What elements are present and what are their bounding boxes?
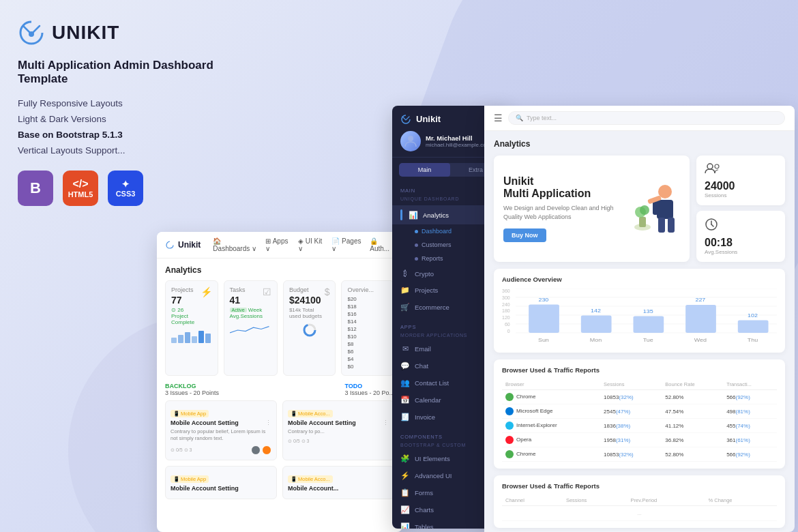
hero-card-text: UnikitMulti Application We Design and De… bbox=[503, 175, 632, 242]
table-row: Internet-Explorer 1836(38%) 41.12% 455(7… bbox=[502, 419, 777, 433]
ecommerce-icon: 🛒 bbox=[400, 303, 410, 312]
table-row: Chrome 10853(32%) 52.80% 566(92%) bbox=[502, 447, 777, 462]
svg-text:142: 142 bbox=[591, 308, 601, 314]
ui-elements-left: 🧩 UI Elements bbox=[400, 454, 450, 463]
svg-point-3 bbox=[408, 136, 413, 141]
ui-elements-icon: 🧩 bbox=[400, 454, 410, 463]
trans-1: 566(92%) bbox=[723, 390, 777, 404]
mockup-projects-card: Projects 77 ⊙ 26 Project Complete ⚡ bbox=[165, 280, 218, 376]
projects-left: 📁 Projects bbox=[400, 286, 438, 295]
projects-value: 77 bbox=[171, 295, 201, 306]
advanced-ui-label: Advanced UI bbox=[415, 472, 452, 479]
budget-sub: $14k Total used budgets bbox=[289, 307, 325, 319]
projects-icon: ⚡ bbox=[201, 286, 212, 297]
calendar-label: Calendar bbox=[415, 396, 441, 404]
trans-2: 498(81%) bbox=[723, 404, 777, 419]
bounce-3: 41.12% bbox=[662, 419, 723, 433]
chart-y-axis: 360 300 240 180 120 60 0 bbox=[502, 289, 510, 343]
svg-rect-30 bbox=[633, 316, 664, 333]
browser-name-3: Internet-Explorer bbox=[502, 419, 600, 433]
invoice-icon: 🧾 bbox=[400, 413, 410, 422]
crypto-label: Crypto bbox=[415, 270, 434, 278]
task1-desc: Contrary to popular belief, Lorem ipsum … bbox=[171, 428, 271, 442]
main-search-bar[interactable]: 🔍 Type text... bbox=[508, 111, 785, 125]
forms-icon: 📋 bbox=[400, 488, 410, 497]
charts-label: Charts bbox=[415, 506, 434, 514]
trans-4: 361(61%) bbox=[723, 433, 777, 447]
unikit-logo-icon bbox=[18, 20, 45, 45]
brand-tagline: Multi Application Admin Dashboard Templa… bbox=[18, 59, 236, 86]
hero-card: UnikitMulti Application We Design and De… bbox=[494, 156, 690, 262]
svg-rect-34 bbox=[738, 321, 769, 333]
avatar-1 bbox=[251, 445, 261, 455]
todo-label: TODO3 Issues - 20 Po... bbox=[344, 383, 394, 396]
sidebar-brand-name: Unikit bbox=[416, 114, 441, 124]
projects-icon: 📁 bbox=[400, 286, 410, 295]
col-channel: Channel bbox=[502, 495, 563, 506]
backlog-label: BACKLOG3 Issues - 20 Points bbox=[165, 383, 219, 396]
bounce-4: 36.82% bbox=[662, 433, 723, 447]
advanced-ui-left: ⚡ Advanced UI bbox=[400, 471, 452, 480]
task2-title: Mobile Account Setting bbox=[288, 419, 356, 426]
forms-left: 📋 Forms bbox=[400, 488, 433, 497]
html-badge: </>HTML5 bbox=[63, 171, 98, 206]
task1-menu[interactable]: ⋮ bbox=[265, 419, 271, 426]
main-topbar: ☰ 🔍 Type text... bbox=[484, 106, 795, 131]
browser-name-2: Microsoft Edge bbox=[502, 404, 600, 419]
mockup-todo-section: BACKLOG3 Issues - 20 Points TODO3 Issues… bbox=[165, 383, 394, 460]
svg-rect-12 bbox=[658, 218, 665, 233]
sidebar-tab-main[interactable]: Main bbox=[399, 163, 450, 177]
sessions-value: 24000 bbox=[705, 180, 777, 192]
reports-label: Reports bbox=[422, 255, 443, 262]
menu-hamburger-icon[interactable]: ☰ bbox=[494, 113, 503, 123]
trans-5: 566(92%) bbox=[723, 447, 777, 462]
tasks-icon: ☑ bbox=[263, 286, 271, 297]
avg-sessions-stat-card: 00:18 Avg.Sessions bbox=[696, 211, 785, 262]
channel-empty: ... bbox=[502, 506, 777, 521]
ie-icon bbox=[505, 422, 514, 430]
sessions-1: 10853(32%) bbox=[600, 390, 662, 404]
email-icon: ✉ bbox=[400, 344, 410, 353]
task1-avatars bbox=[251, 445, 271, 455]
svg-text:Tue: Tue bbox=[642, 338, 653, 343]
col-pct-change: % Change bbox=[705, 495, 777, 506]
dashboard-mockup: Unikit 🏠 Dashboards ∨ ⊞ Apps ∨ ◈ UI Kit … bbox=[157, 232, 402, 532]
hero-buy-button[interactable]: Buy Now bbox=[503, 228, 546, 242]
stat-cards: 24000 Sessions 00:18 Avg.Sessions bbox=[696, 156, 785, 262]
col-browser: Browser bbox=[502, 379, 600, 390]
calendar-icon: 📅 bbox=[400, 396, 410, 404]
svg-rect-11 bbox=[668, 201, 673, 215]
charts-left: 📈 Charts bbox=[400, 505, 434, 514]
features-list: Fully Responsive Layouts Light & Dark Ve… bbox=[18, 95, 236, 158]
svg-text:Thu: Thu bbox=[748, 338, 758, 343]
svg-rect-5 bbox=[639, 217, 646, 227]
task3-badge: 📱 Mobile App bbox=[171, 475, 209, 483]
hero-title: UnikitMulti Application bbox=[503, 175, 632, 200]
tasks-value: 41 bbox=[230, 295, 263, 306]
sessions-stat-card: 24000 Sessions bbox=[696, 156, 785, 205]
projects-sub: ⊙ 26 Project Complete bbox=[171, 307, 201, 325]
nav-auth: 🔒 Auth... bbox=[370, 237, 394, 252]
main-content-mockup: ☰ 🔍 Type text... Analytics UnikitMulti A… bbox=[484, 106, 795, 532]
hero-illustration bbox=[632, 178, 680, 239]
browser-name-4: Opera bbox=[502, 433, 600, 447]
projects-label: Projects bbox=[415, 286, 438, 294]
tasks-label: Tasks bbox=[230, 286, 263, 293]
mockup-nav: Unikit 🏠 Dashboards ∨ ⊞ Apps ∨ ◈ UI Kit … bbox=[157, 232, 402, 258]
search-icon: 🔍 bbox=[516, 115, 523, 121]
channel-table-title: Browser Used & Traffic Reports bbox=[502, 482, 777, 490]
avg-sessions-icon bbox=[705, 218, 777, 234]
svg-text:230: 230 bbox=[538, 297, 548, 303]
col-bounce: Bounce Rate bbox=[662, 379, 723, 390]
task2-menu[interactable]: ⋮ bbox=[383, 419, 389, 426]
audience-title: Audience Overview bbox=[502, 276, 777, 283]
email-left: ✉ Email bbox=[400, 344, 431, 353]
feature-darkmode: Light & Dark Versions bbox=[18, 111, 236, 127]
chat-left: 💬 Chat bbox=[400, 361, 428, 370]
table-row: Microsoft Edge 2545(47%) 47.54% 498(81%) bbox=[502, 404, 777, 419]
browser-table: Browser Sessions Bounce Rate Transacti..… bbox=[502, 379, 777, 462]
mockup-budget-card: Budget $24100 $14k Total used budgets $ bbox=[283, 280, 336, 376]
col-prev-period: Prev.Period bbox=[627, 495, 705, 506]
svg-point-7 bbox=[640, 205, 649, 215]
task-card-1: 📱 Mobile App Mobile Account Setting ⋮ Co… bbox=[165, 400, 277, 460]
